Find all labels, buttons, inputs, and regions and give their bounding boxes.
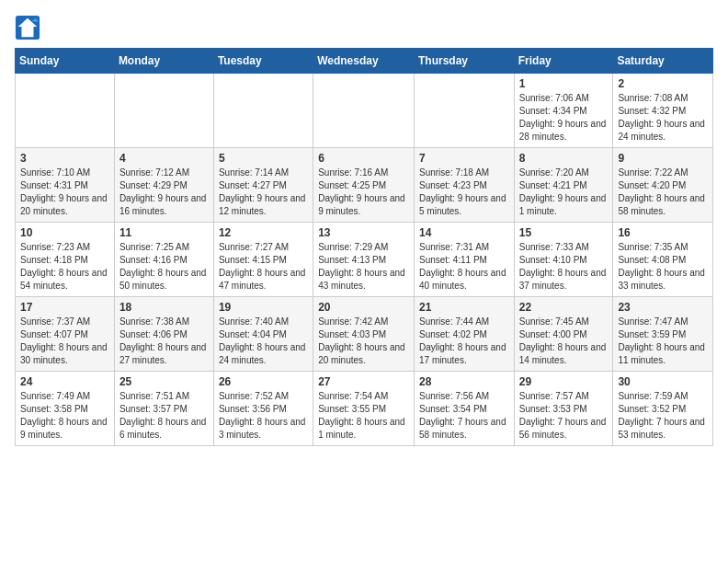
day-number: 3 [20,152,109,165]
calendar-cell: 1Sunrise: 7:06 AM Sunset: 4:34 PM Daylig… [514,74,613,148]
calendar-cell [313,74,415,148]
day-number: 30 [618,375,708,388]
col-header-tuesday: Tuesday [213,49,313,74]
calendar-cell: 8Sunrise: 7:20 AM Sunset: 4:21 PM Daylig… [514,148,613,223]
col-header-sunday: Sunday [16,49,115,74]
day-number: 21 [419,301,509,314]
day-info: Sunrise: 7:20 AM Sunset: 4:21 PM Dayligh… [519,167,609,218]
calendar-table: SundayMondayTuesdayWednesdayThursdayFrid… [15,48,713,446]
calendar-cell: 26Sunrise: 7:52 AM Sunset: 3:56 PM Dayli… [213,372,313,446]
calendar-week-2: 3Sunrise: 7:10 AM Sunset: 4:31 PM Daylig… [16,148,713,223]
day-number: 12 [219,226,308,239]
day-info: Sunrise: 7:42 AM Sunset: 4:03 PM Dayligh… [318,316,409,367]
day-number: 22 [519,301,609,314]
day-info: Sunrise: 7:16 AM Sunset: 4:25 PM Dayligh… [318,167,409,218]
day-number: 15 [519,226,609,239]
col-header-saturday: Saturday [613,49,713,74]
calendar-cell: 27Sunrise: 7:54 AM Sunset: 3:55 PM Dayli… [313,372,415,446]
day-number: 27 [318,375,409,388]
day-info: Sunrise: 7:51 AM Sunset: 3:57 PM Dayligh… [119,390,209,442]
logo-icon [15,15,40,40]
day-info: Sunrise: 7:08 AM Sunset: 4:32 PM Dayligh… [618,92,708,144]
calendar-cell: 9Sunrise: 7:22 AM Sunset: 4:20 PM Daylig… [613,148,713,223]
calendar-cell: 29Sunrise: 7:57 AM Sunset: 3:53 PM Dayli… [514,372,613,446]
calendar-cell [213,74,313,148]
calendar-cell: 18Sunrise: 7:38 AM Sunset: 4:06 PM Dayli… [114,297,213,372]
calendar-header-row: SundayMondayTuesdayWednesdayThursdayFrid… [16,49,713,74]
day-number: 16 [618,226,708,239]
calendar-cell: 19Sunrise: 7:40 AM Sunset: 4:04 PM Dayli… [213,297,313,372]
calendar-cell: 21Sunrise: 7:44 AM Sunset: 4:02 PM Dayli… [414,297,514,372]
calendar-cell: 15Sunrise: 7:33 AM Sunset: 4:10 PM Dayli… [514,223,613,297]
day-number: 18 [119,301,209,314]
day-info: Sunrise: 7:52 AM Sunset: 3:56 PM Dayligh… [219,390,308,442]
day-info: Sunrise: 7:54 AM Sunset: 3:55 PM Dayligh… [318,390,409,442]
calendar-cell: 14Sunrise: 7:31 AM Sunset: 4:11 PM Dayli… [414,223,514,297]
day-info: Sunrise: 7:47 AM Sunset: 3:59 PM Dayligh… [618,316,708,367]
calendar-week-5: 24Sunrise: 7:49 AM Sunset: 3:58 PM Dayli… [16,372,713,446]
col-header-monday: Monday [114,49,213,74]
col-header-friday: Friday [514,49,613,74]
day-info: Sunrise: 7:22 AM Sunset: 4:20 PM Dayligh… [618,167,708,218]
calendar-cell: 20Sunrise: 7:42 AM Sunset: 4:03 PM Dayli… [313,297,415,372]
day-info: Sunrise: 7:25 AM Sunset: 4:16 PM Dayligh… [119,241,209,293]
calendar-cell: 22Sunrise: 7:45 AM Sunset: 4:00 PM Dayli… [514,297,613,372]
calendar-cell: 28Sunrise: 7:56 AM Sunset: 3:54 PM Dayli… [414,372,514,446]
calendar-cell: 16Sunrise: 7:35 AM Sunset: 4:08 PM Dayli… [613,223,713,297]
calendar-cell: 5Sunrise: 7:14 AM Sunset: 4:27 PM Daylig… [213,148,313,223]
calendar-cell: 6Sunrise: 7:16 AM Sunset: 4:25 PM Daylig… [313,148,415,223]
calendar-cell: 3Sunrise: 7:10 AM Sunset: 4:31 PM Daylig… [16,148,115,223]
day-info: Sunrise: 7:38 AM Sunset: 4:06 PM Dayligh… [119,316,209,367]
day-number: 9 [618,152,708,165]
day-number: 17 [20,301,109,314]
day-info: Sunrise: 7:57 AM Sunset: 3:53 PM Dayligh… [519,390,609,442]
day-info: Sunrise: 7:59 AM Sunset: 3:52 PM Dayligh… [618,390,708,442]
day-info: Sunrise: 7:12 AM Sunset: 4:29 PM Dayligh… [119,167,209,218]
calendar-cell: 13Sunrise: 7:29 AM Sunset: 4:13 PM Dayli… [313,223,415,297]
calendar-week-3: 10Sunrise: 7:23 AM Sunset: 4:18 PM Dayli… [16,223,713,297]
calendar-cell: 7Sunrise: 7:18 AM Sunset: 4:23 PM Daylig… [414,148,514,223]
day-info: Sunrise: 7:49 AM Sunset: 3:58 PM Dayligh… [20,390,109,442]
day-info: Sunrise: 7:18 AM Sunset: 4:23 PM Dayligh… [419,167,509,218]
calendar-week-1: 1Sunrise: 7:06 AM Sunset: 4:34 PM Daylig… [16,74,713,148]
calendar-cell: 25Sunrise: 7:51 AM Sunset: 3:57 PM Dayli… [114,372,213,446]
day-info: Sunrise: 7:56 AM Sunset: 3:54 PM Dayligh… [419,390,509,442]
calendar-cell: 24Sunrise: 7:49 AM Sunset: 3:58 PM Dayli… [16,372,115,446]
day-info: Sunrise: 7:23 AM Sunset: 4:18 PM Dayligh… [20,241,109,293]
day-info: Sunrise: 7:27 AM Sunset: 4:15 PM Dayligh… [219,241,308,293]
calendar-cell [16,74,115,148]
col-header-thursday: Thursday [414,49,514,74]
day-info: Sunrise: 7:45 AM Sunset: 4:00 PM Dayligh… [519,316,609,367]
day-info: Sunrise: 7:10 AM Sunset: 4:31 PM Dayligh… [20,167,109,218]
day-info: Sunrise: 7:37 AM Sunset: 4:07 PM Dayligh… [20,316,109,367]
calendar-cell: 12Sunrise: 7:27 AM Sunset: 4:15 PM Dayli… [213,223,313,297]
calendar-cell: 4Sunrise: 7:12 AM Sunset: 4:29 PM Daylig… [114,148,213,223]
day-number: 23 [618,301,708,314]
day-info: Sunrise: 7:14 AM Sunset: 4:27 PM Dayligh… [219,167,308,218]
day-info: Sunrise: 7:33 AM Sunset: 4:10 PM Dayligh… [519,241,609,293]
day-number: 6 [318,152,409,165]
logo [15,15,44,40]
calendar-cell: 11Sunrise: 7:25 AM Sunset: 4:16 PM Dayli… [114,223,213,297]
page-header [15,15,713,40]
day-number: 1 [519,77,609,90]
calendar-cell: 23Sunrise: 7:47 AM Sunset: 3:59 PM Dayli… [613,297,713,372]
day-number: 26 [219,375,308,388]
day-number: 5 [219,152,308,165]
col-header-wednesday: Wednesday [313,49,415,74]
calendar-cell: 30Sunrise: 7:59 AM Sunset: 3:52 PM Dayli… [613,372,713,446]
day-info: Sunrise: 7:29 AM Sunset: 4:13 PM Dayligh… [318,241,409,293]
day-number: 28 [419,375,509,388]
day-info: Sunrise: 7:44 AM Sunset: 4:02 PM Dayligh… [419,316,509,367]
day-number: 11 [119,226,209,239]
day-number: 24 [20,375,109,388]
day-number: 14 [419,226,509,239]
day-number: 19 [219,301,308,314]
day-info: Sunrise: 7:31 AM Sunset: 4:11 PM Dayligh… [419,241,509,293]
calendar-cell [414,74,514,148]
day-number: 8 [519,152,609,165]
calendar-cell: 2Sunrise: 7:08 AM Sunset: 4:32 PM Daylig… [613,74,713,148]
day-number: 29 [519,375,609,388]
day-number: 20 [318,301,409,314]
calendar-cell [114,74,213,148]
